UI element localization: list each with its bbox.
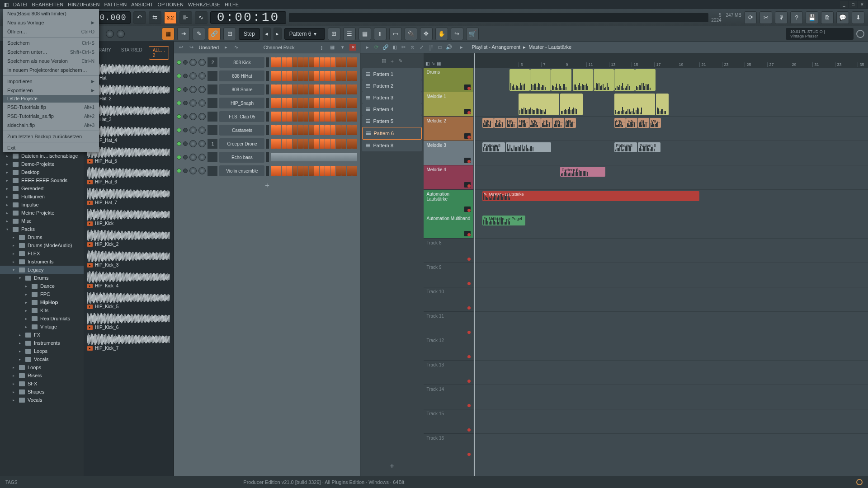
file-menu-item[interactable]: Exportieren▶ bbox=[3, 86, 99, 95]
track-mute-dot[interactable] bbox=[467, 282, 471, 285]
track-header[interactable]: Melodie 4 bbox=[424, 165, 473, 190]
timeline-ruler[interactable]: 5791113151719212325272931333537394143454… bbox=[473, 53, 868, 68]
channel-row[interactable]: 808 HiHat bbox=[177, 70, 357, 82]
track-headers[interactable]: ◧ ∿ ▦ DrumsMelodie 1Melodie 2Melodie 3Me… bbox=[424, 53, 473, 476]
step-left-icon[interactable]: ◂ bbox=[263, 28, 271, 40]
channel-mute-led[interactable] bbox=[183, 114, 188, 119]
channel-mixer-slot[interactable]: 1 bbox=[208, 139, 217, 149]
playlist-clip[interactable]: Pa…n 5 bbox=[638, 118, 649, 128]
playlist-clip[interactable]: Pa…n 5 bbox=[482, 118, 494, 128]
channel-pan-knob[interactable] bbox=[189, 86, 197, 93]
track-lane[interactable]: ✎ Master - Lautstärke bbox=[473, 190, 868, 214]
channel-pan-knob[interactable] bbox=[189, 167, 197, 174]
channel-name-button[interactable]: Castanets bbox=[219, 125, 264, 136]
track-lane[interactable]: Pattern 6 bbox=[473, 165, 868, 190]
tb-tune-icon[interactable]: ✂ bbox=[760, 11, 772, 24]
th-mode2-icon[interactable]: ∿ bbox=[431, 61, 435, 66]
playlist-clip[interactable] bbox=[614, 94, 655, 115]
channel-select-handle[interactable] bbox=[266, 125, 269, 135]
track-mute-dot[interactable] bbox=[467, 380, 471, 383]
play-sample-icon[interactable]: ▸ bbox=[87, 242, 93, 247]
channel-vol-knob[interactable] bbox=[198, 72, 206, 80]
channel-vol-knob[interactable] bbox=[198, 99, 206, 107]
playlist-clip[interactable] bbox=[506, 142, 551, 152]
channel-mixer-slot[interactable] bbox=[208, 71, 217, 81]
track-header[interactable]: Automation Lautstärke bbox=[424, 190, 473, 214]
pl-arrow-icon[interactable]: ▸ bbox=[458, 44, 465, 51]
channel-vol-knob[interactable] bbox=[198, 86, 206, 93]
channel-add-button[interactable]: ＋ bbox=[177, 178, 357, 193]
tree-item[interactable]: ▸RealDrumkits bbox=[0, 314, 84, 323]
channel-vol-knob[interactable] bbox=[198, 59, 206, 66]
tb-refresh-icon[interactable]: ⟳ bbox=[744, 11, 757, 24]
channel-select-handle[interactable] bbox=[266, 71, 269, 81]
playlist-clip[interactable]: Pattern 8 bbox=[614, 142, 637, 152]
channel-row[interactable]: Castanets bbox=[177, 124, 357, 136]
file-menu-item[interactable]: PSD-Tutotrials.flpAlt+1 bbox=[3, 103, 99, 112]
tree-item[interactable]: ▸Loops bbox=[0, 363, 84, 371]
playlist-clip[interactable]: Pa…n 5 bbox=[614, 118, 626, 128]
file-menu-item[interactable]: Speichern als neue VersionCtrl+N bbox=[3, 56, 99, 66]
play-sample-icon[interactable]: ▸ bbox=[87, 284, 93, 288]
cr-group-arrow-icon[interactable]: ▸ bbox=[222, 44, 229, 51]
tb-mic-icon[interactable]: 🎙 bbox=[775, 11, 788, 24]
tree-item[interactable]: ▸Instruments bbox=[0, 258, 84, 266]
channel-enable-led[interactable] bbox=[177, 60, 181, 65]
tree-item[interactable]: ▸FX bbox=[0, 331, 84, 339]
track-header[interactable]: Track 11 bbox=[424, 312, 473, 336]
tool-shop-icon[interactable]: 🛒 bbox=[466, 28, 479, 40]
track-header[interactable]: Melodie 2 bbox=[424, 117, 473, 141]
tool-visual-icon[interactable]: ⊪ bbox=[179, 11, 192, 24]
file-menu-item[interactable]: Neu(Basic 808 with limiter) bbox=[3, 9, 99, 18]
globe-icon[interactable] bbox=[856, 30, 864, 38]
channel-pan-knob[interactable] bbox=[189, 127, 197, 134]
channel-mute-led[interactable] bbox=[183, 128, 188, 132]
playlist-clip[interactable] bbox=[614, 69, 635, 91]
tool-plugin-icon[interactable]: 🔌 bbox=[405, 28, 417, 40]
channel-pan-knob[interactable] bbox=[189, 113, 197, 120]
play-sample-icon[interactable]: ▸ bbox=[87, 263, 93, 267]
playlist-clip[interactable] bbox=[560, 94, 583, 115]
channel-row[interactable]: Echo bass bbox=[177, 151, 357, 164]
channel-enable-led[interactable] bbox=[177, 87, 181, 92]
channel-select-handle[interactable] bbox=[266, 166, 269, 176]
channel-name-button[interactable]: 808 HiHat bbox=[219, 70, 264, 81]
sample-item[interactable]: ▸HIP_Kick_7 bbox=[84, 333, 174, 353]
playlist-clip[interactable] bbox=[519, 94, 559, 115]
channel-name-button[interactable]: Echo bass bbox=[219, 152, 264, 163]
playlist-timeline[interactable]: 5791113151719212325272931333537394143454… bbox=[473, 53, 868, 476]
track-mute-dot[interactable] bbox=[467, 453, 471, 456]
playlist-clip[interactable]: Pa…n 5 bbox=[529, 118, 541, 128]
menu-pattern[interactable]: PATTERN bbox=[102, 2, 129, 7]
channel-enable-led[interactable] bbox=[177, 155, 181, 160]
cr-menu-icon[interactable]: ▾ bbox=[339, 44, 346, 51]
channel-enable-led[interactable] bbox=[177, 114, 181, 119]
menu-ansicht[interactable]: ANSICHT bbox=[129, 2, 155, 7]
channel-vol-knob[interactable] bbox=[198, 127, 206, 134]
channel-pan-knob[interactable] bbox=[189, 154, 197, 161]
pattern-item[interactable]: Pattern 3 bbox=[362, 92, 422, 103]
track-header[interactable]: Track 15 bbox=[424, 409, 473, 434]
track-lane[interactable] bbox=[473, 312, 868, 336]
file-menu-item[interactable]: Exit bbox=[3, 143, 99, 152]
pl-mute-icon[interactable]: ⦸ bbox=[409, 44, 416, 51]
track-lane[interactable] bbox=[473, 336, 868, 361]
track-header[interactable]: Track 16 bbox=[424, 434, 473, 458]
channel-mixer-slot[interactable] bbox=[208, 152, 217, 162]
main-pitch-knob[interactable] bbox=[117, 30, 125, 38]
pp-tab-list-icon[interactable]: ▤ bbox=[382, 58, 386, 65]
tree-item[interactable]: ▸Impulse bbox=[0, 201, 84, 209]
menu-bar[interactable]: ◧ DATEI BEARBEITEN HINZUFüGEN PATTERN AN… bbox=[0, 0, 868, 9]
channel-mute-led[interactable] bbox=[183, 101, 188, 105]
tool-redo-icon[interactable]: ↪ bbox=[451, 28, 463, 40]
window-close-icon[interactable]: ✕ bbox=[858, 1, 866, 8]
playlist-clip[interactable] bbox=[509, 69, 530, 91]
tree-item[interactable]: ▾Legacy bbox=[0, 266, 84, 274]
track-mute-dot[interactable] bbox=[467, 355, 471, 358]
track-header[interactable]: Track 9 bbox=[424, 263, 473, 287]
pp-tab-add-icon[interactable]: ＋ bbox=[390, 58, 395, 65]
pl-play-icon[interactable]: ▸ bbox=[364, 44, 371, 51]
time-display[interactable]: 0:00:10 bbox=[210, 11, 287, 24]
track-lane[interactable] bbox=[473, 68, 868, 92]
sample-item[interactable]: ▸HIP_Kick_3 bbox=[84, 249, 174, 270]
